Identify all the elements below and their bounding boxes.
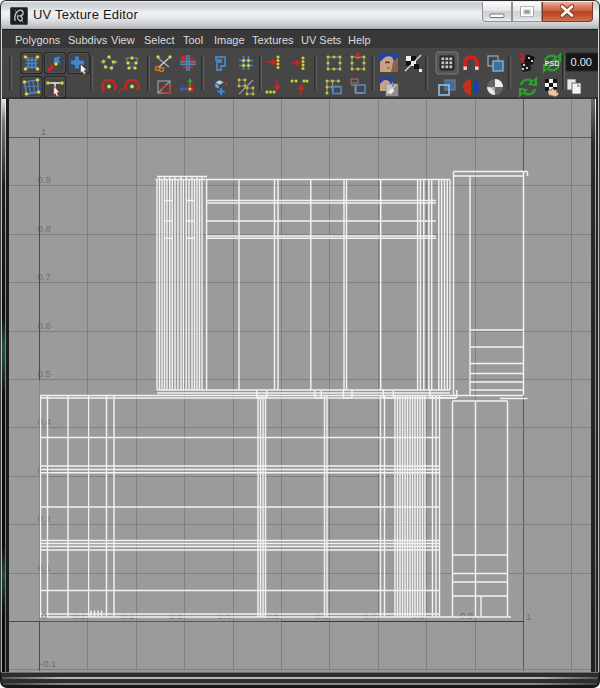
- svg-text:PSD: PSD: [545, 60, 559, 67]
- svg-text:0.9: 0.9: [460, 610, 473, 621]
- svg-text:0.3: 0.3: [169, 610, 182, 621]
- svg-text:0.5: 0.5: [266, 610, 279, 621]
- svg-text:0: 0: [42, 610, 47, 621]
- svg-text:0.7: 0.7: [363, 610, 376, 621]
- svg-text:1: 1: [526, 611, 531, 622]
- svg-text:-0.1: -0.1: [40, 658, 56, 669]
- svg-text:0.1: 0.1: [73, 610, 86, 621]
- svg-text:0.4: 0.4: [218, 610, 231, 621]
- svg-text:0.2: 0.2: [121, 610, 134, 621]
- svg-text:0.00: 0.00: [571, 56, 592, 68]
- svg-text:0.6: 0.6: [315, 610, 328, 621]
- svg-text:1: 1: [41, 126, 46, 137]
